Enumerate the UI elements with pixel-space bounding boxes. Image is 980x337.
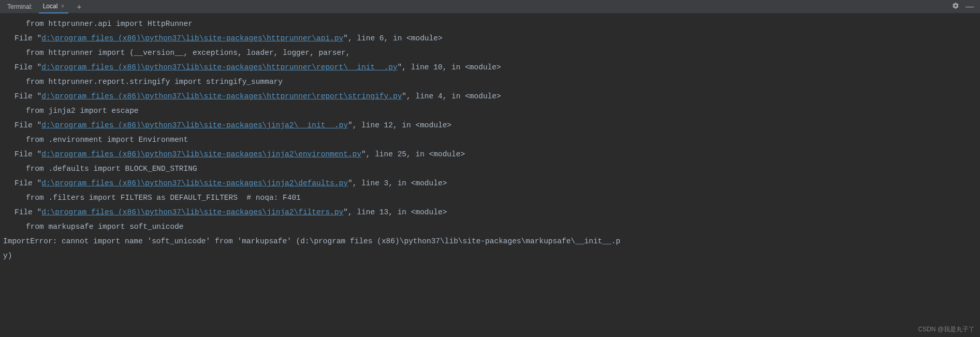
terminal-line: from httprunner.report.stringify import … <box>3 75 977 89</box>
terminal-line: File "d:\program files (x86)\python37\li… <box>3 60 977 75</box>
terminal-line: from .defaults import BLOCK_END_STRING <box>3 162 977 176</box>
gear-icon[interactable] <box>949 2 962 11</box>
file-path-link[interactable]: d:\program files (x86)\python37\lib\site… <box>41 92 402 100</box>
terminal-line: File "d:\program files (x86)\python37\li… <box>3 176 977 191</box>
terminal-line: File "d:\program files (x86)\python37\li… <box>3 31 977 46</box>
file-keyword: File <box>14 179 37 187</box>
watermark-text: CSDN @我是丸子丫 <box>918 325 975 334</box>
terminal-line: from .environment import Environment <box>3 133 977 147</box>
terminal-line: File "d:\program files (x86)\python37\li… <box>3 118 977 133</box>
add-tab-button[interactable]: + <box>74 2 84 11</box>
file-path-link[interactable]: d:\program files (x86)\python37\lib\site… <box>41 208 343 216</box>
terminal-line: from markupsafe import soft_unicode <box>3 219 977 234</box>
terminal-line: from .filters import FILTERS as DEFAULT_… <box>3 191 977 205</box>
terminal-output[interactable]: from httprunner.api import HttpRunnerFil… <box>0 13 980 266</box>
error-line: ImportError: cannot import name 'soft_un… <box>3 234 977 248</box>
file-keyword: File <box>14 92 37 100</box>
terminal-line: from httprunner import (__version__, exc… <box>3 46 977 60</box>
terminal-label: Terminal: <box>3 3 37 10</box>
file-keyword: File <box>14 63 37 71</box>
file-keyword: File <box>14 150 37 158</box>
file-path-link[interactable]: d:\program files (x86)\python37\lib\site… <box>41 34 343 42</box>
file-path-link[interactable]: d:\program files (x86)\python37\lib\site… <box>41 150 361 158</box>
close-tab-icon[interactable]: × <box>61 3 64 10</box>
error-line: y) <box>3 248 977 263</box>
terminal-line: from httprunner.api import HttpRunner <box>3 17 977 31</box>
file-line-info: , line 4, in <module> <box>406 92 501 100</box>
file-path-link[interactable]: d:\program files (x86)\python37\lib\site… <box>41 179 348 187</box>
terminal-panel-header: Terminal: Local × + — <box>0 0 980 13</box>
file-path-link[interactable]: d:\program files (x86)\python37\lib\site… <box>41 63 397 71</box>
terminal-line: from jinja2 import escape <box>3 104 977 118</box>
file-line-info: , line 10, in <module> <box>402 63 501 71</box>
terminal-line: File "d:\program files (x86)\python37\li… <box>3 205 977 219</box>
file-line-info: , line 25, in <module> <box>366 150 465 158</box>
file-keyword: File <box>14 208 37 216</box>
terminal-line: File "d:\program files (x86)\python37\li… <box>3 89 977 104</box>
terminal-line: File "d:\program files (x86)\python37\li… <box>3 147 977 162</box>
file-line-info: , line 12, in <module> <box>353 121 451 129</box>
terminal-tab-local[interactable]: Local × <box>39 0 69 13</box>
terminal-tab-label: Local <box>43 3 58 10</box>
file-line-info: , line 6, in <module> <box>348 34 443 42</box>
minimize-panel-icon[interactable]: — <box>962 3 977 10</box>
file-line-info: , line 3, in <module> <box>353 179 447 187</box>
file-keyword: File <box>14 121 37 129</box>
file-keyword: File <box>14 34 37 42</box>
file-line-info: , line 13, in <module> <box>348 208 447 216</box>
file-path-link[interactable]: d:\program files (x86)\python37\lib\site… <box>41 121 348 129</box>
